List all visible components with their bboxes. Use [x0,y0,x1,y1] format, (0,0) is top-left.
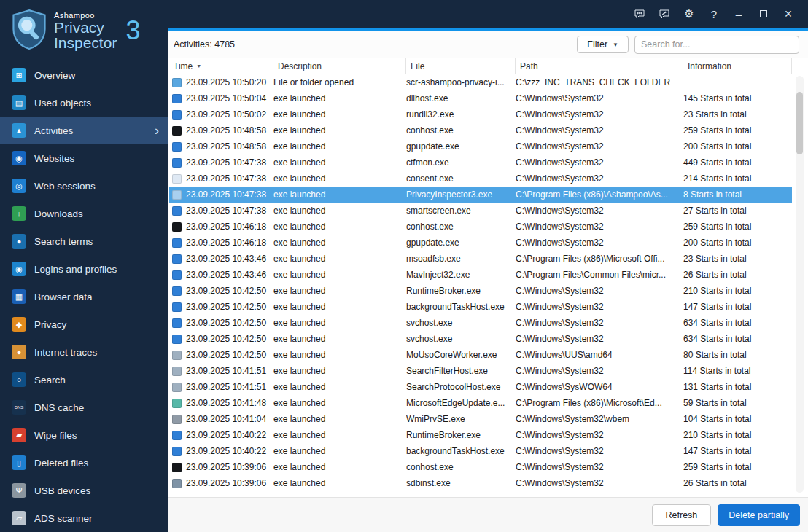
sidebar-item-usb-devices[interactable]: Ψ USB devices › [0,477,168,504]
search-input[interactable] [634,36,799,54]
cell-information: 634 Starts in total [683,331,792,347]
cell-time: 23.09.2025 10:47:38 [186,189,266,200]
cell-information: 259 Starts in total [683,459,792,475]
notes-bubble-icon[interactable] [652,3,677,25]
column-header-label: Path [520,61,538,71]
cell-time: 23.09.2025 10:42:50 [186,286,266,296]
sidebar-item-label: Web sessions [34,181,96,192]
column-header-information[interactable]: Information [683,58,792,74]
cell-information: 210 Starts in total [683,427,792,443]
column-header-time[interactable]: Time ▼ [169,58,273,74]
shield-magnifier-logo-icon [10,9,48,52]
cell-time: 23.09.2025 10:47:38 [186,173,266,184]
cell-description: exe launched [273,395,406,411]
refresh-button[interactable]: Refresh [652,504,712,526]
sidebar-item-search[interactable]: ○ Search › [0,366,168,394]
delete-partially-button[interactable]: Delete partially [718,504,800,526]
table-row[interactable]: 23.09.2025 10:39:06 exe launched conhost… [169,459,792,475]
file-type-icon [172,318,182,328]
cell-time: 23.09.2025 10:39:06 [186,462,266,472]
table-row[interactable]: 23.09.2025 10:42:50 exe launched backgro… [169,299,792,315]
sidebar-item-downloads[interactable]: ↓ Downloads › [0,200,168,227]
filter-button[interactable]: Filter ▼ [577,36,629,53]
table-row[interactable]: 23.09.2025 10:50:20 File or folder opene… [169,74,792,90]
close-icon[interactable]: × [776,3,801,25]
websites-icon: ◉ [12,151,26,165]
cell-file: gpupdate.exe [406,138,516,154]
overview-icon: ⊞ [12,68,26,82]
table-row[interactable]: 23.09.2025 10:50:02 exe launched rundll3… [169,106,792,122]
logo-product-line1: Privacy [54,20,117,35]
table-row[interactable]: 23.09.2025 10:43:46 exe launched MavInje… [169,267,792,283]
table-row[interactable]: 23.09.2025 10:47:38 exe launched ctfmon.… [169,154,792,171]
scrollbar-thumb[interactable] [796,92,803,154]
table-row[interactable]: 23.09.2025 10:47:38 exe launched Privacy… [169,187,792,203]
cell-file: conhost.exe [406,122,516,138]
cell-file: sdbinst.exe [406,475,516,491]
table-row[interactable]: 23.09.2025 10:41:04 exe launched WmiPrvS… [169,411,792,427]
table-row[interactable]: 23.09.2025 10:40:22 exe launched Runtime… [169,427,792,443]
cell-information: 147 Starts in total [683,443,792,459]
sidebar-item-websites[interactable]: ◉ Websites › [0,144,168,172]
sidebar-item-privacy[interactable]: ◆ Privacy › [0,310,168,338]
sidebar-item-label: Internet traces [34,347,97,358]
table-body: 23.09.2025 10:50:20 File or folder opene… [169,74,792,491]
vertical-scrollbar[interactable] [796,76,804,493]
table-row[interactable]: 23.09.2025 10:46:18 exe launched gpupdat… [169,235,792,251]
table-row[interactable]: 23.09.2025 10:42:50 exe launched Runtime… [169,283,792,299]
sidebar-item-internet-traces[interactable]: ● Internet traces › [0,338,168,366]
cell-file: backgroundTaskHost.exe [406,299,516,315]
column-header-path[interactable]: Path [516,58,683,74]
wipe-files-icon: ▰ [12,428,26,442]
table-row[interactable]: 23.09.2025 10:42:50 exe launched svchost… [169,331,792,347]
sidebar-item-overview[interactable]: ⊞ Overview › [0,61,168,89]
table-row[interactable]: 23.09.2025 10:41:48 exe launched Microso… [169,395,792,411]
column-header-file[interactable]: File [406,58,516,74]
cell-path: C:\Windows\UUS\amd64 [516,347,683,363]
minimize-icon[interactable]: – [726,3,751,25]
cell-description: exe launched [273,251,406,267]
sidebar-item-logins-and-profiles[interactable]: ◉ Logins and profiles › [0,255,168,283]
sidebar-item-deleted-files[interactable]: ▯ Deleted files › [0,449,168,477]
table-row[interactable]: 23.09.2025 10:41:51 exe launched SearchF… [169,363,792,379]
sidebar-item-used-objects[interactable]: ▤ Used objects › [0,89,168,117]
column-header-label: Information [688,61,731,71]
cell-description: exe launched [273,347,406,363]
file-type-icon [172,351,182,360]
cell-information: 104 Starts in total [683,411,792,427]
app-window: Ashampoo Privacy Inspector 3 ⊞ Overview … [0,0,808,532]
sidebar-item-ads-scanner[interactable]: ▱ ADS scanner › [0,504,168,532]
column-header-description[interactable]: Description [273,58,406,74]
table-row[interactable]: 23.09.2025 10:42:50 exe launched svchost… [169,315,792,331]
cell-information: 200 Starts in total [683,235,792,251]
sidebar-item-search-terms[interactable]: ● Search terms › [0,227,168,255]
sidebar-item-browser-data[interactable]: ▦ Browser data › [0,283,168,310]
settings-gear-icon[interactable]: ⚙ [677,3,702,25]
table-row[interactable]: 23.09.2025 10:39:06 exe launched sdbinst… [169,475,792,491]
help-icon[interactable]: ? [702,3,726,25]
table-row[interactable]: 23.09.2025 10:40:22 exe launched backgro… [169,443,792,459]
table-row[interactable]: 23.09.2025 10:47:38 exe launched smartsc… [169,203,792,219]
table-row[interactable]: 23.09.2025 10:41:51 exe launched SearchP… [169,379,792,395]
sidebar-item-label: Downloads [34,208,83,219]
table-row[interactable]: 23.09.2025 10:47:38 exe launched consent… [169,171,792,187]
cell-file: rundll32.exe [406,106,516,122]
sidebar-item-wipe-files[interactable]: ▰ Wipe files › [0,421,168,449]
sidebar-item-label: Activities [34,125,73,136]
table-row[interactable]: 23.09.2025 10:48:58 exe launched gpupdat… [169,138,792,154]
file-type-icon [172,190,182,200]
table-row[interactable]: 23.09.2025 10:48:58 exe launched conhost… [169,122,792,138]
feedback-bubble-icon[interactable] [627,3,652,25]
table-row[interactable]: 23.09.2025 10:50:04 exe launched dllhost… [169,90,792,106]
table-row[interactable]: 23.09.2025 10:46:18 exe launched conhost… [169,219,792,235]
maximize-icon[interactable] [751,3,776,25]
sidebar-nav: ⊞ Overview › ▤ Used objects › ▲ Activiti… [0,61,168,532]
table-row[interactable]: 23.09.2025 10:42:50 exe launched MoUsoCo… [169,347,792,363]
cell-information: 80 Starts in total [683,347,792,363]
cell-information: 26 Starts in total [683,267,792,283]
sidebar-item-dns-cache[interactable]: DNS DNS cache › [0,394,168,421]
column-header-label: File [411,61,424,71]
sidebar-item-activities[interactable]: ▲ Activities › [0,117,168,144]
sidebar-item-web-sessions[interactable]: ◎ Web sessions › [0,172,168,200]
table-row[interactable]: 23.09.2025 10:43:46 exe launched msoadfs… [169,251,792,267]
